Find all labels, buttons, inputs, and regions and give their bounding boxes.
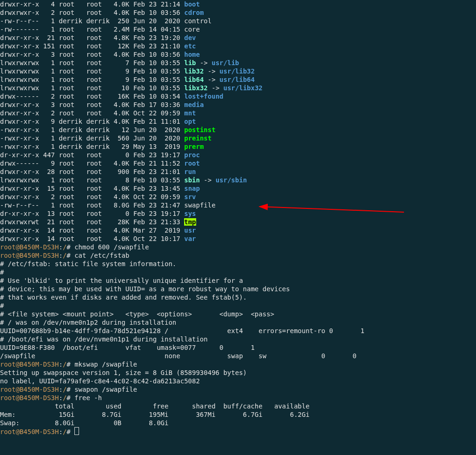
file-listing-row: drwxr-xr-x 14 root root 4.0K Oct 22 10:1… xyxy=(0,234,476,243)
file-listing-row: -rwxr-xr-x 1 derrik derrik 12 Jun 20 202… xyxy=(0,126,476,134)
file-listing-row: drwxr-xr-x 2 root root 4.0K Oct 22 09:59… xyxy=(0,193,476,201)
file-listing-row: drwxr-xr-x 21 root root 4.8K Feb 23 19:2… xyxy=(0,33,476,42)
file-listing-row: drwxr-xr-x 15 root root 4.0K Feb 23 13:4… xyxy=(0,184,476,193)
fstab-line: # xyxy=(0,268,476,276)
file-listing-row: drwxr-xr-x 2 root root 4.0K Oct 22 09:59… xyxy=(0,109,476,117)
shell-prompt: root@B450M-DS3H:/# xyxy=(0,428,74,435)
file-listing-row: drwxr-xr-x 28 root root 900 Feb 23 21:01… xyxy=(0,167,476,176)
shell-prompt: root@B450M-DS3H:/# xyxy=(0,394,74,401)
file-listing-row: drwx------ 2 root root 16K Feb 10 03:54 … xyxy=(0,92,476,100)
free-mem-row: Mem: 15Gi 8.7Gi 195Mi 367Mi 6.7Gi 6.2Gi xyxy=(0,410,476,419)
file-listing-row: drwxrwxr-x 2 root root 4.0K Feb 10 03:56… xyxy=(0,8,476,17)
mkswap-output: no label, UUID=fa79afe9-c8e4-4c02-8c42-d… xyxy=(0,377,476,385)
shell-prompt: root@B450M-DS3H:/# xyxy=(0,243,74,251)
file-listing-row: -rwxr-xr-x 1 derrik derrik 29 May 13 201… xyxy=(0,142,476,151)
fstab-line: # Use 'blkid' to print the universally u… xyxy=(0,276,476,285)
file-listing-row: -rw------- 1 root root 2.4M Feb 14 04:15… xyxy=(0,25,476,33)
fstab-line: # <file system> <mount point> <type> <op… xyxy=(0,310,476,318)
file-listing-row: drwxr-xr-x 3 root root 4.0K Feb 10 03:56… xyxy=(0,50,476,59)
fstab-line: # /etc/fstab: static file system informa… xyxy=(0,260,476,268)
file-listing-row: drwxr-xr-x 4 root root 4.0K Feb 23 21:14… xyxy=(0,0,476,8)
file-listing-row: lrwxrwxrwx 1 root root 9 Feb 10 03:55 li… xyxy=(0,75,476,84)
file-listing-row: drwxr-xr-x 151 root root 12K Feb 23 21:1… xyxy=(0,42,476,50)
shell-prompt: root@B450M-DS3H:/# xyxy=(0,252,74,259)
file-listing-row: drwxr-xr-x 3 root root 4.0K Feb 17 03:36… xyxy=(0,100,476,109)
command-input: swapon /swapfile xyxy=(74,386,137,393)
file-listing-row: dr-xr-xr-x 447 root root 0 Feb 23 19:17 … xyxy=(0,151,476,159)
terminal-line: root@B450M-DS3H:/# chmod 600 /swapfile xyxy=(0,243,476,251)
file-listing-row: lrwxrwxrwx 1 root root 10 Feb 10 03:55 l… xyxy=(0,84,476,92)
file-listing-row: lrwxrwxrwx 1 root root 8 Feb 10 03:55 sb… xyxy=(0,176,476,184)
fstab-line: # device; this may be used with UUID= as… xyxy=(0,285,476,293)
file-listing-row: -rw-r--r-- 1 root root 8.0G Feb 23 21:47… xyxy=(0,201,476,209)
shell-prompt: root@B450M-DS3H:/# xyxy=(0,361,74,368)
terminal-line: root@B450M-DS3H:/# mkswap /swapfile xyxy=(0,360,476,368)
terminal-line: root@B450M-DS3H:/# free -h xyxy=(0,394,476,402)
fstab-line: # / was on /dev/nvme0n1p2 during install… xyxy=(0,318,476,327)
fstab-line: UUID=9E88-F380 /boot/efi vfat umask=0077… xyxy=(0,343,476,352)
terminal-output[interactable]: drwxr-xr-x 4 root root 4.0K Feb 23 21:14… xyxy=(0,0,476,436)
terminal-line: root@B450M-DS3H:/# swapon /swapfile xyxy=(0,385,476,394)
file-listing-row: lrwxrwxrwx 1 root root 9 Feb 10 03:55 li… xyxy=(0,67,476,75)
file-listing-row: -rwxr-xr-x 1 derrik derrik 560 Jun 20 20… xyxy=(0,134,476,142)
command-input: mkswap /swapfile xyxy=(74,361,137,368)
command-input: chmod 600 /swapfile xyxy=(74,243,149,251)
command-input: cat /etc/fstab xyxy=(74,252,129,259)
mkswap-output: Setting up swapspace version 1, size = 8… xyxy=(0,368,476,377)
fstab-line: UUID=007688b9-b14e-4dff-9fda-78d521e9412… xyxy=(0,327,476,335)
file-listing-row: drwxrwxrwt 21 root root 28K Feb 23 21:33… xyxy=(0,218,476,226)
fstab-line: # xyxy=(0,301,476,310)
file-listing-row: drwxr-xr-x 9 derrik derrik 4.0K Feb 21 1… xyxy=(0,117,476,126)
file-listing-row: drwxr-xr-x 14 root root 4.0K Mar 27 2019… xyxy=(0,226,476,234)
free-swap-row: Swap: 8.0Gi 0B 8.0Gi xyxy=(0,419,476,427)
fstab-line: /swapfile none swap sw 0 0 xyxy=(0,352,476,360)
file-listing-row: dr-xr-xr-x 13 root root 0 Feb 23 19:17 s… xyxy=(0,209,476,218)
terminal-line: root@B450M-DS3H:/# xyxy=(0,427,476,436)
file-listing-row: lrwxrwxrwx 1 root root 7 Feb 10 03:55 li… xyxy=(0,59,476,67)
cursor[interactable] xyxy=(74,427,79,435)
command-input: free -h xyxy=(74,394,102,401)
file-listing-row: -rw-r--r-- 1 derrik derrik 250 Jun 20 20… xyxy=(0,17,476,25)
fstab-line: # /boot/efi was on /dev/nvme0n1p1 during… xyxy=(0,335,476,343)
free-header: total used free shared buff/cache availa… xyxy=(0,402,476,410)
fstab-line: # that works even if disks are added and… xyxy=(0,293,476,301)
file-listing-row: drwx------ 9 root root 4.0K Feb 21 11:52… xyxy=(0,159,476,167)
shell-prompt: root@B450M-DS3H:/# xyxy=(0,386,74,393)
terminal-line: root@B450M-DS3H:/# cat /etc/fstab xyxy=(0,251,476,260)
